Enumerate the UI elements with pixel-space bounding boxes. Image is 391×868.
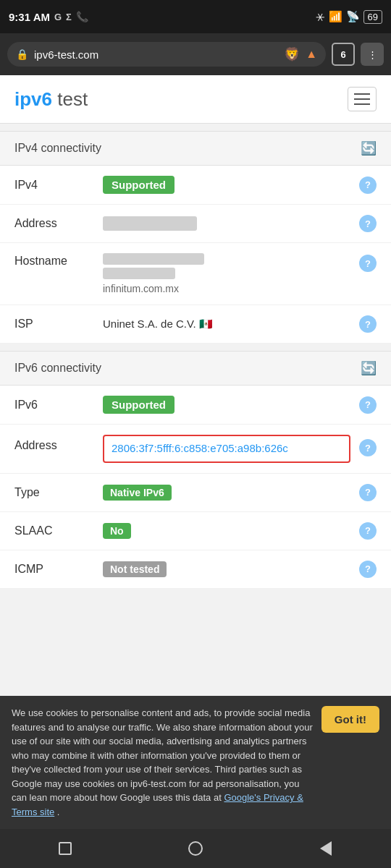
ipv6-icmp-badge: Not tested (103, 561, 167, 577)
ipv4-isp-help-icon[interactable]: ? (359, 315, 377, 333)
ipv6-section: IPv6 connectivity 🔄 IPv6 Supported ? Add… (0, 351, 391, 589)
cookie-text: We use cookies to personalise content an… (12, 706, 313, 819)
ipv6-icmp-row: ICMP Not tested ? (0, 550, 391, 589)
ipv6-address-text: 2806:3f7:5fff:6:c858:e705:a98b:626c (112, 442, 288, 454)
ipv6-address-label: Address (14, 435, 94, 452)
cookie-got-it-button[interactable]: Got it! (321, 706, 379, 733)
logo-text: ipv6 (14, 88, 52, 110)
ipv4-value: Supported (103, 176, 350, 194)
ipv4-isp-value: Uninet S.A. de C.V. 🇲🇽 (103, 318, 350, 331)
ipv4-hostname-row: Hostname infinitum.com.mx ? (0, 243, 391, 305)
battery-icon: 69 (363, 10, 382, 24)
status-right-icons: ⚹ 📶 📡 69 (316, 10, 382, 24)
hostname-blurred-2 (103, 268, 175, 279)
ipv6-status-label: IPv6 (14, 399, 94, 412)
cookie-content: We use cookies to personalise content an… (12, 706, 379, 819)
status-carrier: G (54, 12, 62, 22)
ipv6-slaac-help-icon[interactable]: ? (359, 522, 377, 540)
hamburger-line-2 (354, 98, 370, 100)
ipv4-section: IPv4 connectivity 🔄 IPv4 Supported ? Add… (0, 131, 391, 344)
ipv4-section-header: IPv4 connectivity 🔄 (0, 131, 391, 166)
ipv6-status-row: IPv6 Supported ? (0, 386, 391, 425)
hostname-sub: infinitum.com.mx (103, 283, 179, 294)
ipv6-type-badge: Native IPv6 (103, 485, 172, 501)
ipv6-section-header: IPv6 connectivity 🔄 (0, 351, 391, 386)
ipv6-slaac-label: SLAAC (14, 524, 94, 537)
ipv6-address-row: Address 2806:3f7:5fff:6:c858:e705:a98b:6… (0, 425, 391, 474)
brave-icon: 🦁 (284, 46, 300, 62)
hamburger-line-3 (354, 103, 370, 105)
ipv6-status-value: Supported (103, 396, 350, 414)
lock-icon: 🔒 (16, 48, 28, 60)
menu-button[interactable]: ⋮ (361, 43, 384, 66)
ipv6-slaac-badge: No (103, 523, 131, 539)
url-text: ipv6-test.com (34, 48, 278, 61)
logo-test: test (57, 88, 88, 110)
ipv6-status-help-icon[interactable]: ? (359, 396, 377, 414)
cookie-text-content: We use cookies to personalise content an… (12, 707, 313, 803)
address-bar[interactable]: 🔒 ipv6-test.com 🦁 ▲ (7, 42, 326, 67)
dots-icon: ⋮ (368, 49, 377, 60)
ipv4-supported-badge: Supported (103, 176, 175, 194)
nav-home-button[interactable] (180, 833, 211, 864)
hostname-blurred (103, 253, 204, 265)
ipv4-hostname-help-icon[interactable]: ? (359, 255, 377, 272)
cookie-banner: We use cookies to personalise content an… (0, 696, 391, 829)
status-time: 9:31 AM (9, 11, 50, 23)
ipv4-address-label: Address (14, 217, 94, 230)
ipv4-label: IPv4 (14, 179, 94, 192)
ipv4-address-blurred (103, 216, 197, 231)
tabs-button[interactable]: 6 (332, 43, 355, 66)
ipv4-address-help-icon[interactable]: ? (359, 215, 377, 232)
ipv4-refresh-icon[interactable]: 🔄 (361, 140, 377, 156)
ipv6-icmp-value: Not tested (103, 561, 350, 577)
ipv6-type-value: Native IPv6 (103, 485, 350, 501)
site-logo: ipv6 test (14, 88, 88, 111)
ipv6-type-row: Type Native IPv6 ? (0, 474, 391, 512)
ipv6-supported-badge: Supported (103, 396, 175, 414)
ipv4-help-icon[interactable]: ? (359, 176, 377, 194)
phone-icon: 📞 (76, 11, 88, 22)
circle-icon (188, 841, 203, 856)
ipv6-refresh-icon[interactable]: 🔄 (361, 360, 377, 376)
nav-square-button[interactable] (49, 833, 81, 864)
ipv4-status-row: IPv4 Supported ? (0, 166, 391, 205)
browser-bar: 🔒 ipv6-test.com 🦁 ▲ 6 ⋮ (0, 33, 391, 75)
ipv6-section-title: IPv6 connectivity (14, 362, 101, 375)
ipv6-slaac-value: No (103, 523, 350, 539)
site-header: ipv6 test (0, 75, 391, 124)
back-arrow-icon (320, 841, 332, 856)
ipv4-hostname-label: Hostname (14, 253, 94, 268)
ipv6-slaac-row: SLAAC No ? (0, 512, 391, 550)
ipv6-type-label: Type (14, 486, 94, 499)
wifi-icon: 📡 (346, 10, 360, 23)
ipv6-address-help-icon[interactable]: ? (359, 439, 377, 456)
hamburger-menu[interactable] (348, 87, 377, 111)
cookie-link-suffix: . (57, 807, 60, 817)
ipv4-hostname-value: infinitum.com.mx (103, 253, 350, 294)
ipv6-icmp-label: ICMP (14, 563, 94, 576)
ipv6-address-box: 2806:3f7:5fff:6:c858:e705:a98b:626c (103, 435, 350, 463)
ipv6-type-help-icon[interactable]: ? (359, 484, 377, 501)
ipv4-section-title: IPv4 connectivity (14, 142, 101, 155)
signal-icon: 📶 (329, 10, 342, 23)
alt-icon: ▲ (306, 48, 317, 61)
sigma-icon: Σ (66, 12, 72, 22)
nav-back-button[interactable] (310, 833, 342, 864)
ipv4-address-value (103, 216, 350, 231)
ipv4-isp-row: ISP Uninet S.A. de C.V. 🇲🇽 ? (0, 305, 391, 344)
hamburger-line-1 (354, 93, 370, 95)
ipv6-icmp-help-icon[interactable]: ? (359, 561, 377, 578)
status-time-area: 9:31 AM G Σ 📞 (9, 11, 88, 23)
square-icon (59, 842, 72, 855)
page-content: ipv6 test IPv4 connectivity 🔄 IPv4 Suppo… (0, 75, 391, 777)
bottom-nav (0, 829, 391, 868)
status-bar: 9:31 AM G Σ 📞 ⚹ 📶 📡 69 (0, 0, 391, 33)
ipv4-address-row: Address ? (0, 205, 391, 243)
bluetooth-icon: ⚹ (316, 10, 325, 23)
ipv4-isp-label: ISP (14, 318, 94, 331)
